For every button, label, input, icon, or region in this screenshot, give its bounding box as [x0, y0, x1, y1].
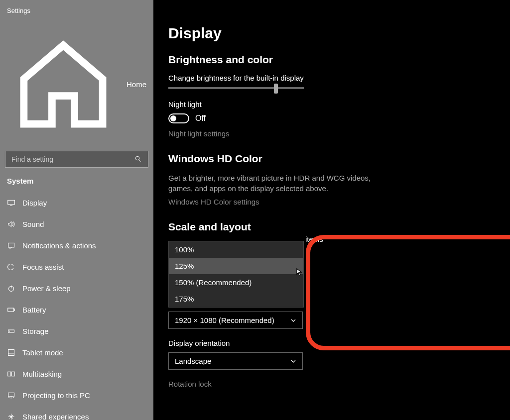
- nav-label: Projecting to this PC: [22, 391, 90, 400]
- battery-icon: [7, 306, 15, 314]
- sidebar-item-multitasking[interactable]: Multitasking: [0, 363, 153, 385]
- hd-color-settings-link[interactable]: Windows HD Color settings: [168, 198, 495, 206]
- chevron-down-icon: [290, 317, 296, 323]
- svg-rect-9: [8, 372, 11, 376]
- svg-rect-5: [14, 309, 15, 311]
- hd-color-heading: Windows HD Color: [168, 153, 495, 165]
- night-light-label: Night light: [168, 100, 495, 108]
- sidebar-item-focus-assist[interactable]: Focus assist: [0, 256, 153, 278]
- orientation-dropdown[interactable]: Landscape: [168, 352, 303, 370]
- scale-dropdown-wrapper: 100% 125% 150% (Recommended) 175%: [168, 241, 495, 311]
- hd-color-desc: Get a brighter, more vibrant picture in …: [168, 173, 382, 194]
- home-label: Home: [127, 80, 146, 89]
- nav-label: Notifications & actions: [22, 241, 96, 250]
- scale-heading: Scale and layout: [168, 221, 495, 233]
- brightness-slider[interactable]: [168, 87, 304, 89]
- storage-icon: [7, 327, 15, 335]
- sidebar-item-projecting[interactable]: Projecting to this PC: [0, 385, 153, 406]
- main-content: Display Brightness and color Change brig…: [153, 0, 510, 420]
- nav-label: Multitasking: [22, 370, 62, 378]
- brightness-section: Brightness and color Change brightness f…: [168, 54, 495, 138]
- scale-option-150[interactable]: 150% (Recommended): [169, 274, 303, 291]
- slider-thumb[interactable]: [274, 84, 278, 94]
- sidebar-item-tablet-mode[interactable]: Tablet mode: [0, 342, 153, 363]
- nav-label: Battery: [22, 306, 46, 314]
- scale-layout-section: Scale and layout items 100% 125% 150% (R…: [168, 221, 495, 388]
- scale-option-175[interactable]: 175%: [169, 291, 303, 307]
- chevron-down-icon: [290, 358, 296, 364]
- brightness-label: Change brightness for the built-in displ…: [168, 74, 495, 82]
- resolution-dropdown[interactable]: 1920 × 1080 (Recommended): [168, 312, 303, 329]
- toggle-knob: [170, 115, 176, 121]
- svg-rect-8: [8, 350, 14, 356]
- multitasking-icon: [7, 370, 15, 378]
- nav-label: Sound: [22, 220, 44, 228]
- svg-rect-10: [11, 372, 14, 376]
- night-light-toggle-row: Off: [168, 113, 495, 123]
- hd-color-section: Windows HD Color Get a brighter, more vi…: [168, 153, 495, 206]
- sidebar-item-sound[interactable]: Sound: [0, 213, 153, 235]
- scale-option-125[interactable]: 125%: [169, 258, 303, 274]
- nav-label: Power & sleep: [22, 284, 71, 293]
- search-input[interactable]: [11, 155, 134, 163]
- shared-icon: [7, 413, 15, 420]
- display-icon: [7, 199, 15, 207]
- search-box[interactable]: [5, 151, 148, 168]
- sidebar-item-power[interactable]: Power & sleep: [0, 278, 153, 299]
- orientation-label: Display orientation: [168, 339, 495, 347]
- svg-rect-4: [8, 308, 14, 312]
- orientation-value: Landscape: [175, 357, 211, 365]
- page-title: Display: [168, 25, 495, 42]
- sidebar: Settings Home System Display Sound Notif…: [0, 0, 153, 420]
- sidebar-item-battery[interactable]: Battery: [0, 299, 153, 320]
- svg-rect-2: [8, 243, 14, 247]
- app-title: Settings: [0, 7, 153, 23]
- svg-rect-1: [8, 200, 15, 205]
- notifications-icon: [7, 241, 15, 250]
- night-light-state: Off: [195, 114, 206, 123]
- power-icon: [7, 284, 15, 293]
- scale-option-100[interactable]: 100%: [169, 241, 303, 258]
- focus-assist-icon: [7, 263, 15, 271]
- home-icon: [7, 28, 120, 141]
- projecting-icon: [7, 391, 15, 400]
- resolution-value: 1920 × 1080 (Recommended): [175, 316, 274, 324]
- home-nav[interactable]: Home: [0, 23, 153, 151]
- svg-point-7: [9, 331, 10, 331]
- sidebar-item-shared-experiences[interactable]: Shared experiences: [0, 406, 153, 420]
- nav-label: Display: [22, 199, 47, 207]
- brightness-heading: Brightness and color: [168, 54, 495, 66]
- search-icon: [134, 155, 142, 163]
- night-light-settings-link[interactable]: Night light settings: [168, 129, 495, 138]
- night-light-toggle[interactable]: [168, 113, 189, 123]
- scale-dropdown-list[interactable]: 100% 125% 150% (Recommended) 175%: [168, 241, 304, 308]
- sidebar-item-storage[interactable]: Storage: [0, 320, 153, 342]
- tablet-icon: [7, 348, 15, 357]
- svg-rect-11: [8, 393, 14, 397]
- nav-label: Focus assist: [22, 263, 64, 271]
- sidebar-item-notifications[interactable]: Notifications & actions: [0, 235, 153, 256]
- category-label: System: [0, 177, 153, 192]
- nav-label: Storage: [22, 327, 49, 335]
- rotation-lock-label: Rotation lock: [168, 380, 495, 388]
- svg-point-0: [135, 157, 139, 161]
- nav-label: Shared experiences: [22, 413, 89, 420]
- sound-icon: [7, 220, 15, 228]
- nav-label: Tablet mode: [22, 348, 63, 357]
- sidebar-item-display[interactable]: Display: [0, 192, 153, 213]
